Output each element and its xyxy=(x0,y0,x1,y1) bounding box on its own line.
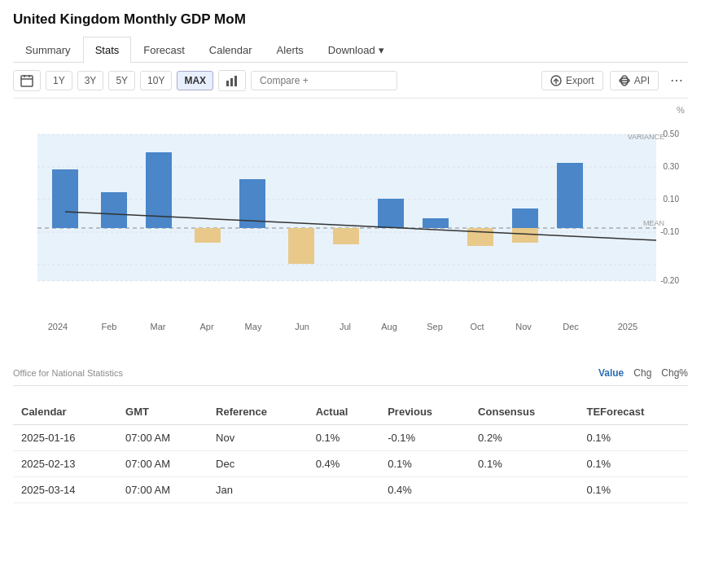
table-row: 2025-02-1307:00 AMDec0.4%0.1%0.1%0.1% xyxy=(13,451,688,477)
svg-rect-31 xyxy=(195,228,221,243)
more-options-btn[interactable]: ⋯ xyxy=(665,69,688,91)
cell-gmt: 07:00 AM xyxy=(117,451,208,477)
view-chg-btn[interactable]: Chg xyxy=(633,367,651,379)
svg-text:Dec: Dec xyxy=(563,322,579,331)
cell-consensus xyxy=(470,477,578,503)
tab-download[interactable]: Download ▾ xyxy=(316,37,397,63)
svg-text:2025: 2025 xyxy=(618,322,637,331)
tab-calendar[interactable]: Calendar xyxy=(197,37,265,63)
download-label: Download xyxy=(328,44,375,56)
chart-type-btn[interactable] xyxy=(218,70,246,91)
svg-rect-6 xyxy=(234,76,237,86)
period-1y-btn[interactable]: 1Y xyxy=(46,71,72,90)
col-calendar: Calendar xyxy=(13,399,117,425)
svg-rect-0 xyxy=(21,76,33,86)
svg-rect-4 xyxy=(226,81,229,86)
period-max-btn[interactable]: MAX xyxy=(177,71,213,90)
export-label: Export xyxy=(566,75,594,86)
cell-actual: 0.1% xyxy=(308,425,379,451)
cell-calendar: 2025-01-16 xyxy=(13,425,117,451)
svg-text:2024: 2024 xyxy=(48,322,68,331)
period-3y-btn[interactable]: 3Y xyxy=(77,71,104,90)
export-icon xyxy=(550,75,562,86)
svg-text:Mar: Mar xyxy=(151,322,166,331)
chart-area: % 0.50 0.30 0.10 -0.10 -0.20 VARIANCE ME… xyxy=(13,102,688,362)
svg-text:Jun: Jun xyxy=(295,322,309,331)
tab-forecast[interactable]: Forecast xyxy=(131,37,197,63)
view-chgpct-btn[interactable]: Chg% xyxy=(661,367,688,379)
svg-rect-36 xyxy=(423,218,449,228)
api-icon xyxy=(619,75,630,86)
table-header-row: Calendar GMT Reference Actual Previous C… xyxy=(13,399,688,425)
bar-chart-icon xyxy=(226,74,239,87)
svg-text:0.10: 0.10 xyxy=(664,195,680,204)
cell-calendar: 2025-03-14 xyxy=(13,477,117,503)
source-line: Office for National Statistics Value Chg… xyxy=(13,367,688,379)
svg-rect-5 xyxy=(230,78,233,86)
cell-gmt: 07:00 AM xyxy=(117,477,208,503)
svg-text:VARIANCE: VARIANCE xyxy=(628,133,664,141)
export-btn[interactable]: Export xyxy=(541,71,603,90)
period-10y-btn[interactable]: 10Y xyxy=(140,71,172,90)
cell-previous: 0.1% xyxy=(379,451,470,477)
cell-reference: Jan xyxy=(208,477,308,503)
toolbar: 1Y 3Y 5Y 10Y MAX Export xyxy=(13,63,688,99)
section-divider xyxy=(13,385,688,386)
view-value-btn[interactable]: Value xyxy=(598,367,624,379)
col-teforecast: TEForecast xyxy=(578,399,688,425)
svg-rect-33 xyxy=(288,228,314,264)
svg-text:May: May xyxy=(245,322,262,331)
svg-text:Apr: Apr xyxy=(199,322,213,331)
tab-summary[interactable]: Summary xyxy=(13,37,83,63)
table-row: 2025-01-1607:00 AMNov0.1%-0.1%0.2%0.1% xyxy=(13,425,688,451)
col-actual: Actual xyxy=(308,399,379,425)
cell-reference: Dec xyxy=(208,451,308,477)
toolbar-right: Export API ⋯ xyxy=(541,69,688,91)
svg-text:Oct: Oct xyxy=(470,322,484,331)
period-5y-btn[interactable]: 5Y xyxy=(108,71,135,90)
svg-rect-38 xyxy=(512,228,538,243)
svg-text:Nov: Nov xyxy=(515,322,532,331)
tab-alerts[interactable]: Alerts xyxy=(265,37,316,63)
calendar-picker-btn[interactable] xyxy=(13,70,41,91)
cell-teforecast: 0.1% xyxy=(578,451,688,477)
cell-reference: Nov xyxy=(208,425,308,451)
cell-teforecast: 0.1% xyxy=(578,425,688,451)
page-title: United Kingdom Monthly GDP MoM xyxy=(13,11,688,28)
table-row: 2025-03-1407:00 AMJan0.4%0.1% xyxy=(13,477,688,503)
svg-rect-35 xyxy=(378,199,404,228)
svg-text:Feb: Feb xyxy=(102,322,117,331)
cell-actual: 0.4% xyxy=(308,451,379,477)
compare-input[interactable] xyxy=(251,71,397,90)
api-label: API xyxy=(634,75,650,86)
svg-text:Jul: Jul xyxy=(340,322,351,331)
col-previous: Previous xyxy=(379,399,470,425)
dropdown-arrow-icon: ▾ xyxy=(379,44,384,56)
cell-gmt: 07:00 AM xyxy=(117,425,208,451)
svg-rect-29 xyxy=(101,192,127,228)
table-body: 2025-01-1607:00 AMNov0.1%-0.1%0.2%0.1%20… xyxy=(13,425,688,503)
tab-stats[interactable]: Stats xyxy=(83,37,132,63)
cell-consensus: 0.2% xyxy=(470,425,578,451)
col-reference: Reference xyxy=(208,399,308,425)
svg-text:0.30: 0.30 xyxy=(664,162,680,171)
cell-calendar: 2025-02-13 xyxy=(13,451,117,477)
chart-svg: % 0.50 0.30 0.10 -0.10 -0.20 VARIANCE ME… xyxy=(13,102,689,346)
calendar-icon xyxy=(20,74,33,87)
svg-text:%: % xyxy=(677,105,685,115)
api-btn[interactable]: API xyxy=(610,71,659,90)
svg-text:0.50: 0.50 xyxy=(664,129,680,138)
cell-actual xyxy=(308,477,379,503)
svg-rect-28 xyxy=(52,169,78,228)
cell-teforecast: 0.1% xyxy=(578,477,688,503)
cell-previous: -0.1% xyxy=(379,425,470,451)
source-text: Office for National Statistics xyxy=(13,368,123,378)
svg-text:MEAN: MEAN xyxy=(643,219,664,227)
svg-text:-0.10: -0.10 xyxy=(660,227,679,236)
cell-previous: 0.4% xyxy=(379,477,470,503)
tab-bar: Summary Stats Forecast Calendar Alerts D… xyxy=(13,36,688,63)
svg-text:Sep: Sep xyxy=(427,322,443,331)
table-head: Calendar GMT Reference Actual Previous C… xyxy=(13,399,688,425)
cell-consensus: 0.1% xyxy=(470,451,578,477)
svg-text:-0.20: -0.20 xyxy=(660,276,679,285)
